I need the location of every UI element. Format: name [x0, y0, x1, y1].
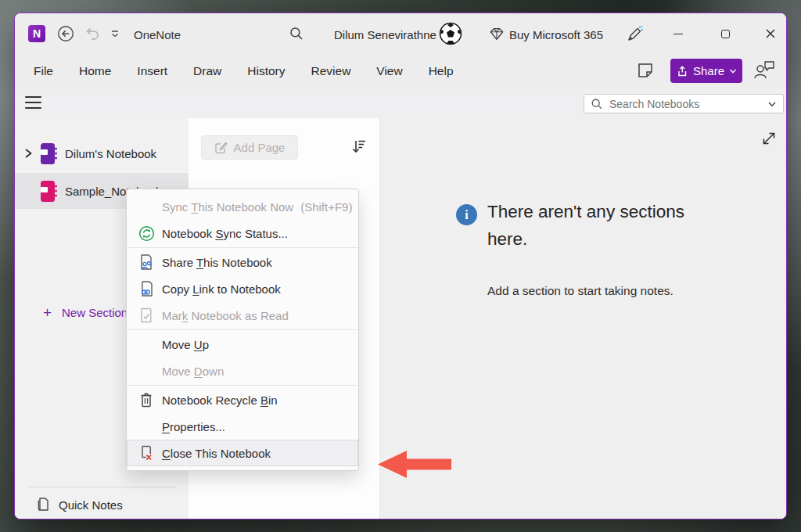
- info-icon: i: [456, 204, 477, 225]
- account-name[interactable]: Dilum Senevirathne: [334, 27, 436, 41]
- sidebar-divider: [27, 487, 176, 487]
- close-icon: [765, 28, 776, 39]
- onenote-window: N OneNote: [14, 13, 787, 519]
- sync-icon: [138, 225, 155, 242]
- chevron-down-icon[interactable]: [767, 99, 777, 109]
- notebook-context-menu: Sync This Notebook Now (Shift+F9) Notebo…: [126, 189, 359, 471]
- back-button[interactable]: [57, 25, 74, 42]
- notebook-label: Dilum's Notebook: [65, 147, 156, 160]
- menu-item-properties[interactable]: Properties...: [127, 413, 358, 440]
- notebook-icon: [40, 142, 58, 165]
- full-page-view-button[interactable]: [760, 129, 778, 148]
- share-button[interactable]: Share: [670, 59, 742, 83]
- maximize-button[interactable]: [709, 20, 741, 48]
- tab-home[interactable]: Home: [79, 64, 111, 78]
- menu-item-notebook-sync-status[interactable]: Notebook Sync Status...: [127, 220, 358, 246]
- notebook-item-dilums[interactable]: Dilum's Notebook: [15, 135, 189, 171]
- pen-sparkle-icon: [625, 25, 644, 44]
- premium-diamond-icon: [489, 26, 505, 41]
- close-notebook-icon: [138, 444, 155, 462]
- maximize-icon: [721, 30, 730, 38]
- search-input[interactable]: [609, 98, 761, 110]
- tab-file[interactable]: File: [34, 64, 53, 78]
- plus-icon: +: [43, 305, 52, 320]
- share-icon: [676, 65, 688, 77]
- buy-microsoft-365-button[interactable]: Buy Microsoft 365: [509, 27, 603, 41]
- menu-item-copy-link-to-notebook[interactable]: Copy Link to Notebook: [127, 275, 358, 302]
- sticky-note-button[interactable]: [636, 61, 655, 80]
- tab-history[interactable]: History: [247, 64, 285, 78]
- chevron-down-icon: [729, 67, 737, 75]
- search-notebooks-box[interactable]: [584, 94, 784, 113]
- mark-read-icon: [138, 307, 155, 324]
- new-section-label: New Section: [62, 306, 128, 319]
- share-button-label: Share: [693, 64, 724, 77]
- menu-separator: [127, 385, 358, 386]
- nav-menu-button[interactable]: [25, 96, 41, 109]
- add-page-button[interactable]: Add Page: [201, 135, 298, 160]
- onenote-logo-icon: N: [28, 25, 45, 42]
- search-icon: [591, 98, 603, 110]
- empty-state-subtitle: Add a section to start taking notes.: [487, 284, 673, 298]
- soccer-ball-icon: [439, 22, 462, 45]
- hamburger-icon: [25, 96, 41, 98]
- coming-soon-button[interactable]: [625, 25, 644, 44]
- annotation-arrow-left: [378, 450, 451, 479]
- sort-pages-button[interactable]: [350, 137, 368, 156]
- menu-separator: [127, 329, 358, 330]
- menu-item-notebook-recycle-bin[interactable]: Notebook Recycle Bin: [127, 386, 358, 413]
- undo-button[interactable]: [84, 25, 101, 42]
- expand-diagonal-icon: [760, 129, 778, 148]
- sticky-note-icon: [636, 61, 655, 80]
- title-bar: N OneNote: [15, 13, 786, 54]
- undo-icon: [84, 25, 101, 42]
- tab-view[interactable]: View: [376, 64, 402, 78]
- menu-item-move-down: Move Down: [127, 358, 358, 384]
- menu-item-move-up[interactable]: Move Up: [127, 331, 358, 358]
- shortcut-label: (Shift+F9): [300, 200, 352, 214]
- recycle-bin-icon: [138, 391, 155, 408]
- minimize-icon: [673, 34, 683, 34]
- app-title: OneNote: [134, 27, 181, 41]
- menu-item-sync-this-notebook-now: Sync This Notebook Now (Shift+F9): [127, 193, 358, 220]
- menu-item-close-this-notebook[interactable]: Close This Notebook: [127, 440, 358, 466]
- menu-item-mark-notebook-as-read: Mark Notebook as Read: [127, 302, 358, 329]
- tab-insert[interactable]: Insert: [137, 64, 167, 78]
- pages-icon: [37, 497, 51, 512]
- tab-draw[interactable]: Draw: [193, 64, 221, 78]
- close-button[interactable]: [755, 20, 786, 48]
- tab-help[interactable]: Help: [429, 64, 454, 78]
- account-avatar[interactable]: [439, 22, 462, 45]
- chevron-down-icon: [110, 28, 120, 39]
- copy-link-icon: [138, 280, 155, 297]
- share-notebook-icon: [138, 253, 155, 271]
- menu-separator: [127, 247, 358, 248]
- add-page-label: Add Page: [234, 141, 286, 154]
- sort-descending-icon: [350, 137, 368, 156]
- contacts-button[interactable]: [753, 59, 775, 80]
- compose-icon: [214, 141, 228, 154]
- notebook-icon: [40, 180, 58, 203]
- customize-toolbar-button[interactable]: [109, 27, 121, 40]
- titlebar-search-button[interactable]: [289, 26, 304, 41]
- empty-state-title: There aren't any sections here.: [487, 199, 722, 253]
- menu-item-share-this-notebook[interactable]: Share This Notebook: [127, 249, 358, 275]
- person-chat-icon: [753, 59, 775, 80]
- search-icon: [289, 26, 304, 41]
- quick-notes-label: Quick Notes: [59, 498, 123, 512]
- back-icon: [57, 25, 74, 42]
- quick-notes-button[interactable]: Quick Notes: [15, 489, 189, 519]
- tab-review[interactable]: Review: [311, 64, 351, 78]
- chevron-right-icon[interactable]: [23, 147, 35, 160]
- minimize-button[interactable]: [663, 20, 694, 48]
